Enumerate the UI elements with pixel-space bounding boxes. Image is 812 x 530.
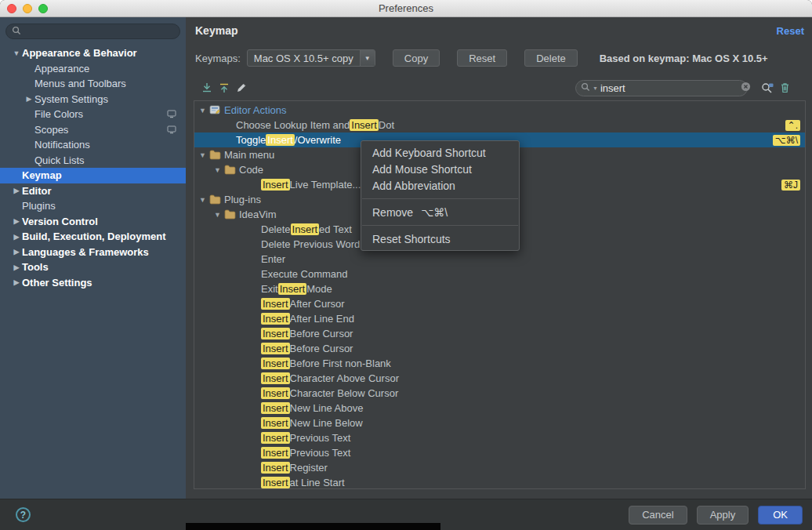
search-highlight: Insert — [261, 417, 290, 429]
tree-row-label: Plug-ins — [224, 194, 261, 205]
tree-action-row[interactable]: Choose Lookup Item and Insert Dot⌃. — [194, 118, 805, 132]
tree-row-label: Main menu — [224, 149, 274, 161]
sidebar-item-system-settings[interactable]: ▶System Settings — [0, 92, 186, 107]
sidebar-item-version-control[interactable]: ▶Version Control — [0, 214, 186, 230]
chevron-right-icon[interactable]: ▶ — [11, 263, 22, 271]
chevron-right-icon[interactable]: ▶ — [11, 233, 22, 241]
tree-action-row[interactable]: Insert at Line Start — [194, 475, 805, 489]
background-dock-strip — [186, 523, 440, 530]
tree-row-label: Register — [290, 462, 328, 474]
sidebar-item-editor[interactable]: ▶Editor — [0, 183, 186, 199]
titlebar: Preferences — [0, 0, 812, 17]
edit-shortcut-icon[interactable] — [233, 79, 250, 96]
menu-item-reset-shortcuts[interactable]: Reset Shortcuts — [361, 231, 519, 247]
reset-button[interactable]: Reset — [457, 49, 507, 67]
tree-action-row[interactable]: Insert New Line Above — [194, 401, 805, 416]
tree-row-label: Live Template... — [290, 179, 361, 191]
sidebar-item-build-execution-deployment[interactable]: ▶Build, Execution, Deployment — [0, 229, 186, 245]
collapse-all-icon[interactable] — [216, 79, 233, 96]
sidebar-item-plugins[interactable]: Plugins — [0, 198, 186, 214]
expand-all-icon[interactable] — [198, 79, 216, 96]
delete-button[interactable]: Delete — [524, 49, 578, 67]
zoom-window-button[interactable] — [38, 4, 48, 13]
tree-group-row[interactable]: ▼Editor Actions — [194, 103, 805, 118]
tree-row-label: Code — [239, 164, 263, 176]
action-search-field[interactable]: ▼ — [575, 80, 748, 96]
minimize-window-button[interactable] — [23, 4, 32, 13]
sidebar-item-menus-and-toolbars[interactable]: Menus and Toolbars — [0, 76, 186, 92]
sidebar-item-quick-lists[interactable]: Quick Lists — [0, 153, 186, 169]
sidebar-item-notifications[interactable]: Notifications — [0, 137, 186, 153]
tree-action-row[interactable]: Insert Before First non-Blank — [194, 356, 805, 371]
search-highlight: Insert — [261, 447, 290, 459]
sidebar-tree: ▼Appearance & BehaviorAppearanceMenus an… — [0, 45, 186, 499]
menu-item-add-mouse-shortcut[interactable]: Add Mouse Shortcut — [361, 161, 519, 177]
tree-action-row[interactable]: Insert Character Above Cursor — [194, 371, 805, 386]
tree-action-row[interactable]: Insert Previous Text — [194, 430, 805, 445]
sidebar-item-file-colors[interactable]: File Colors — [0, 107, 186, 122]
trash-icon[interactable] — [776, 79, 793, 96]
keymap-select[interactable]: Mac OS X 10.5+ copy ▼ — [247, 49, 375, 67]
tree-row-label: New Line Below — [290, 417, 363, 429]
reset-link[interactable]: Reset — [777, 25, 804, 37]
tree-action-row[interactable]: Execute Command — [194, 267, 805, 281]
menu-item-add-keyboard-shortcut[interactable]: Add Keyboard Shortcut — [361, 144, 519, 161]
chevron-down-icon[interactable]: ▼ — [199, 151, 209, 159]
sidebar-item-label: Keymap — [22, 169, 62, 181]
chevron-down-icon[interactable]: ▼ — [360, 50, 375, 66]
tree-action-row[interactable]: Insert Register — [194, 460, 805, 475]
cancel-button[interactable]: Cancel — [629, 506, 687, 525]
sidebar-item-tools[interactable]: ▶Tools — [0, 260, 186, 275]
ok-button[interactable]: OK — [758, 506, 803, 525]
settings-search-field[interactable] — [5, 24, 180, 39]
find-by-shortcut-icon[interactable] — [759, 79, 776, 96]
chevron-right-icon[interactable]: ▶ — [24, 95, 34, 103]
chevron-down-icon[interactable]: ▼ — [11, 49, 22, 57]
tree-action-row[interactable]: Insert Before Cursor — [194, 341, 805, 356]
tree-action-row[interactable]: Insert Previous Text — [194, 445, 805, 460]
sidebar-item-label: Menus and Toolbars — [34, 78, 126, 89]
sidebar-item-label: Notifications — [34, 139, 90, 151]
close-window-button[interactable] — [7, 4, 16, 13]
project-level-icon — [167, 125, 176, 134]
settings-search-input[interactable] — [24, 26, 174, 37]
tree-action-row[interactable]: Insert After Cursor — [194, 296, 805, 311]
tree-row-label: Delete Previous Word — [261, 238, 360, 250]
clear-search-icon[interactable] — [741, 81, 751, 95]
chevron-right-icon[interactable]: ▶ — [11, 278, 22, 286]
sidebar-item-scopes[interactable]: Scopes — [0, 122, 186, 138]
page-header: Keymap Reset — [195, 22, 804, 39]
tree-action-row[interactable]: Exit Insert Mode — [194, 281, 805, 296]
tree-action-row[interactable]: Insert Character Below Cursor — [194, 386, 805, 401]
sidebar-item-appearance[interactable]: Appearance — [0, 61, 186, 77]
chevron-down-icon[interactable]: ▼ — [214, 166, 224, 174]
tree-action-row[interactable]: Insert After Line End — [194, 311, 805, 326]
window-title: Preferences — [0, 2, 812, 14]
menu-item-remove[interactable]: Remove⌥⌘\ — [361, 204, 519, 220]
search-highlight: Insert — [261, 432, 290, 444]
search-highlight: Insert — [291, 223, 320, 235]
search-options-chevron-icon[interactable]: ▼ — [593, 85, 598, 91]
sidebar-item-other-settings[interactable]: ▶Other Settings — [0, 275, 186, 291]
chevron-right-icon[interactable]: ▶ — [11, 187, 22, 194]
tree-action-row[interactable]: Insert Before Cursor — [194, 326, 805, 341]
apply-button[interactable]: Apply — [697, 506, 749, 525]
tree-action-row[interactable]: Enter — [194, 252, 805, 267]
chevron-down-icon[interactable]: ▼ — [214, 211, 224, 219]
chevron-right-icon[interactable]: ▶ — [11, 248, 22, 256]
tree-row-label: Execute Command — [261, 268, 348, 280]
chevron-down-icon[interactable]: ▼ — [199, 107, 209, 114]
page-title: Keymap — [195, 24, 237, 37]
action-search-input[interactable] — [600, 82, 738, 94]
sidebar-item-appearance-behavior[interactable]: ▼Appearance & Behavior — [0, 45, 186, 61]
sidebar-item-keymap[interactable]: Keymap — [0, 168, 186, 183]
chevron-down-icon[interactable]: ▼ — [199, 196, 209, 204]
sidebar-item-label: Build, Execution, Deployment — [22, 231, 165, 242]
tree-row-label: Previous Text — [290, 432, 351, 444]
tree-action-row[interactable]: Insert New Line Below — [194, 416, 805, 430]
help-icon[interactable]: ? — [16, 507, 31, 522]
copy-button[interactable]: Copy — [393, 49, 440, 67]
menu-item-add-abbreviation[interactable]: Add Abbreviation — [361, 177, 519, 194]
chevron-right-icon[interactable]: ▶ — [11, 217, 22, 225]
sidebar-item-languages-frameworks[interactable]: ▶Languages & Frameworks — [0, 245, 186, 260]
